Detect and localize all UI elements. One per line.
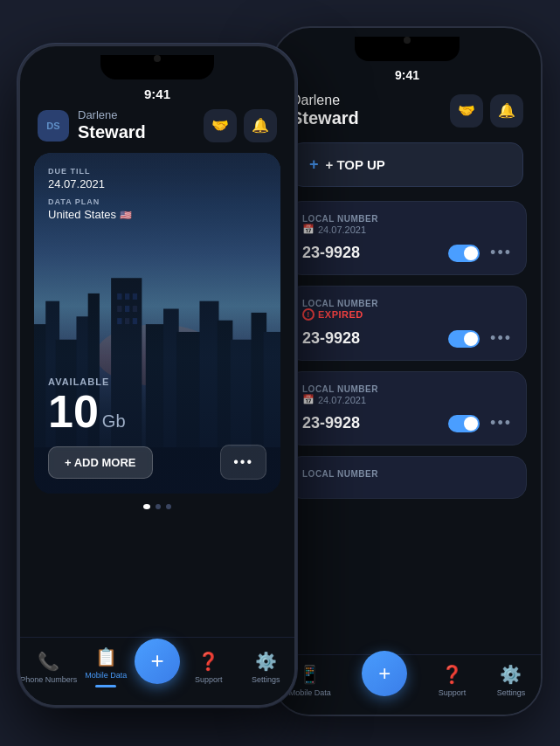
back-phone-notch bbox=[355, 37, 460, 61]
sim-3-label: LOCAL NUMBER bbox=[302, 384, 378, 394]
settings-label: Settings bbox=[497, 688, 526, 697]
sim-2-toggle[interactable] bbox=[448, 330, 480, 348]
sim-card-1: LOCAL NUMBER 📅 24.07.2021 23-9928 ••• bbox=[287, 201, 527, 275]
sim-2-more-dots[interactable]: ••• bbox=[490, 329, 512, 348]
front-nav-phone-numbers[interactable]: 📞 Phone Numbers bbox=[20, 651, 78, 684]
sim-2-label: LOCAL NUMBER bbox=[302, 299, 378, 308]
top-up-label: + TOP UP bbox=[326, 157, 385, 172]
front-name-line2: Steward bbox=[78, 121, 146, 142]
front-status-time: 9:41 bbox=[144, 86, 170, 101]
front-name-line1: Darlene bbox=[78, 108, 146, 121]
back-nav-support[interactable]: ❓ Support bbox=[439, 664, 467, 697]
back-header-icons: 🤝 🔔 bbox=[450, 94, 523, 128]
dot-1 bbox=[143, 504, 150, 509]
card-actions: + ADD MORE ••• bbox=[48, 445, 266, 480]
back-header: Darlene Steward 🤝 🔔 bbox=[273, 86, 541, 139]
front-bell-btn[interactable]: 🔔 bbox=[244, 109, 277, 142]
expired-text: EXPIRED bbox=[318, 309, 363, 320]
front-add-fab[interactable]: + bbox=[135, 639, 180, 684]
settings-icon-front: ⚙️ bbox=[255, 651, 277, 672]
back-handshake-btn[interactable]: 🤝 bbox=[450, 94, 483, 128]
back-add-fab[interactable]: + bbox=[362, 651, 407, 696]
back-nav-settings[interactable]: ⚙️ Settings bbox=[497, 664, 526, 697]
sim-card-4-header: LOCAL NUMBER bbox=[302, 469, 512, 479]
sim-card-3: LOCAL NUMBER 📅 24.07.2021 23-9928 ••• bbox=[287, 371, 527, 446]
card-content: DUE TILL 24.07.2021 DATA PLAN United Sta… bbox=[34, 153, 280, 494]
sim-3-more-dots[interactable]: ••• bbox=[490, 414, 512, 432]
front-header: DS Darlene Steward 🤝 🔔 bbox=[20, 103, 294, 153]
data-number: 10 bbox=[48, 389, 99, 434]
top-up-plus-icon: + bbox=[309, 155, 319, 174]
sim-2-footer: 23-9928 ••• bbox=[302, 329, 512, 348]
back-name-line1: Darlene bbox=[291, 93, 359, 108]
sim-card-4: LOCAL NUMBER bbox=[287, 456, 527, 499]
back-top-up-button[interactable]: + + TOP UP bbox=[291, 142, 523, 187]
sim-2-number: 23-9928 bbox=[302, 329, 360, 348]
sim-card-3-header: LOCAL NUMBER 📅 24.07.2021 bbox=[302, 384, 512, 405]
mobile-data-label-front: Mobile Data bbox=[85, 671, 127, 680]
support-icon: ❓ bbox=[441, 664, 463, 685]
dot-3 bbox=[166, 504, 171, 509]
sim-1-footer: 23-9928 ••• bbox=[302, 244, 512, 262]
sim-1-number: 23-9928 bbox=[302, 244, 360, 262]
back-name-line2: Steward bbox=[291, 108, 359, 128]
sim-2-expired-badge: ! EXPIRED bbox=[302, 308, 378, 321]
sim-1-more-dots[interactable]: ••• bbox=[490, 244, 512, 262]
card-top: DUE TILL 24.07.2021 DATA PLAN United Sta… bbox=[48, 167, 266, 228]
settings-icon: ⚙️ bbox=[500, 664, 522, 685]
sim-card-2-header: LOCAL NUMBER ! EXPIRED bbox=[302, 299, 512, 321]
phone-numbers-label: Phone Numbers bbox=[20, 675, 77, 684]
data-plan-label: DATA PLAN bbox=[48, 197, 266, 206]
back-status-time: 9:41 bbox=[395, 68, 419, 82]
card-more-dots-button[interactable]: ••• bbox=[220, 445, 266, 480]
phone-back: 9:41 Darlene Steward 🤝 🔔 + + TOP UP LOCA… bbox=[272, 26, 543, 716]
front-header-info: DS Darlene Steward bbox=[38, 108, 146, 142]
sim-1-label: LOCAL NUMBER bbox=[302, 214, 378, 224]
data-card: DUE TILL 24.07.2021 DATA PLAN United Sta… bbox=[34, 153, 280, 494]
avatar: DS bbox=[38, 110, 69, 142]
support-label-front: Support bbox=[195, 675, 223, 684]
sim-3-number: 23-9928 bbox=[302, 414, 360, 432]
mobile-data-icon-front: 📋 bbox=[95, 646, 117, 667]
sim-card-1-header: LOCAL NUMBER 📅 24.07.2021 bbox=[302, 214, 512, 235]
available-data: 10 Gb bbox=[48, 389, 266, 434]
back-bottom-nav: 📱 Mobile Data + ❓ Support ⚙️ Settings bbox=[273, 654, 541, 715]
mobile-data-icon: 📱 bbox=[299, 664, 321, 685]
front-handshake-btn[interactable]: 🤝 bbox=[204, 109, 237, 142]
flag-icon: 🇺🇸 bbox=[120, 210, 132, 220]
front-nav-mobile-data[interactable]: 📋 Mobile Data bbox=[78, 646, 135, 687]
mobile-data-label: Mobile Data bbox=[289, 688, 331, 697]
data-plan-value: United States 🇺🇸 bbox=[48, 208, 266, 221]
due-till-value: 24.07.2021 bbox=[48, 177, 266, 190]
support-icon-front: ❓ bbox=[197, 651, 219, 672]
front-header-icons: 🤝 🔔 bbox=[204, 109, 277, 142]
support-label: Support bbox=[439, 688, 467, 697]
sim-card-2: LOCAL NUMBER ! EXPIRED 23-9928 ••• bbox=[287, 286, 527, 361]
front-phone-notch bbox=[100, 55, 214, 79]
back-status-bar: 9:41 bbox=[273, 61, 541, 86]
back-bell-btn[interactable]: 🔔 bbox=[490, 94, 523, 128]
sim-3-footer: 23-9928 ••• bbox=[302, 414, 512, 432]
card-bottom: AVAILABLE 10 Gb + ADD MORE ••• bbox=[48, 376, 266, 480]
calendar-icon-3: 📅 bbox=[302, 394, 315, 405]
sim-1-toggle[interactable] bbox=[448, 245, 480, 262]
phone-numbers-icon: 📞 bbox=[38, 651, 59, 672]
phone-front: 9:41 DS Darlene Steward 🤝 🔔 bbox=[17, 44, 297, 708]
front-header-name-block: Darlene Steward bbox=[78, 108, 146, 142]
front-nav-support[interactable]: ❓ Support bbox=[180, 651, 238, 684]
dot-2 bbox=[156, 504, 161, 509]
sim-3-date: 📅 24.07.2021 bbox=[302, 394, 378, 405]
add-more-button[interactable]: + ADD MORE bbox=[48, 446, 153, 479]
sim-1-date: 📅 24.07.2021 bbox=[302, 224, 378, 235]
active-line bbox=[95, 685, 116, 687]
due-till-label: DUE TILL bbox=[48, 167, 266, 176]
sim-4-label: LOCAL NUMBER bbox=[302, 469, 378, 479]
calendar-icon: 📅 bbox=[302, 224, 315, 235]
front-bottom-nav: 📞 Phone Numbers 📋 Mobile Data + ❓ Suppor… bbox=[20, 637, 294, 705]
add-more-label: + ADD MORE bbox=[65, 456, 136, 469]
front-status-bar: 9:41 bbox=[20, 79, 294, 103]
pagination-dots bbox=[20, 504, 294, 509]
sim-3-toggle[interactable] bbox=[448, 415, 480, 432]
settings-label-front: Settings bbox=[252, 675, 280, 684]
front-nav-settings[interactable]: ⚙️ Settings bbox=[238, 651, 295, 684]
